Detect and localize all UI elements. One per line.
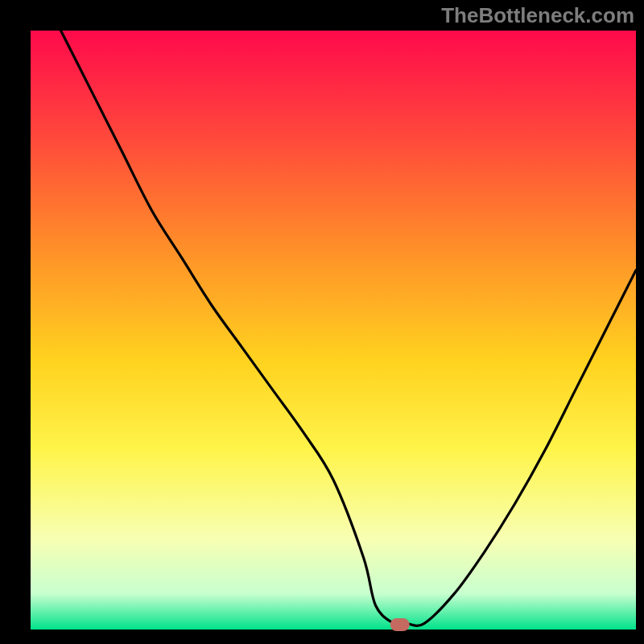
trough-marker xyxy=(390,618,410,631)
bottleneck-chart xyxy=(0,0,644,644)
plot-area xyxy=(31,31,636,630)
watermark-label: TheBottleneck.com xyxy=(441,3,634,28)
chart-stage: TheBottleneck.com xyxy=(0,0,644,644)
